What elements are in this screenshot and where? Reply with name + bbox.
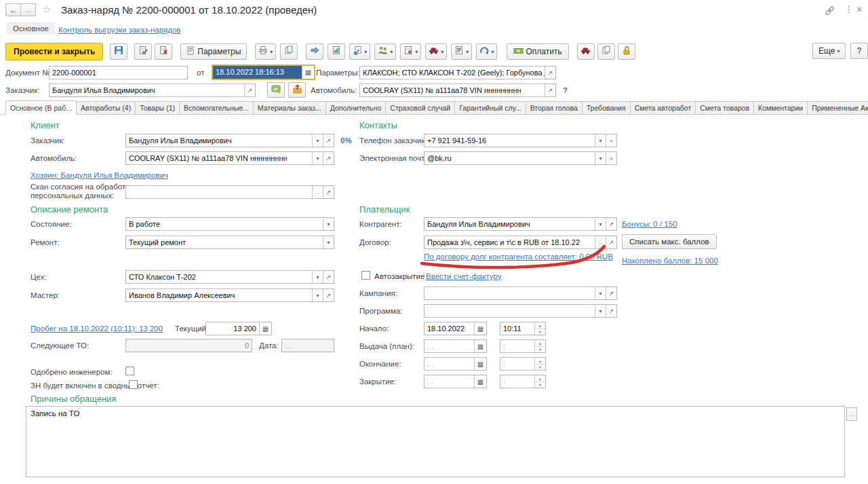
tab-insurance[interactable]: Страховой случай	[386, 101, 455, 115]
open-icon[interactable]: ↗	[545, 84, 555, 96]
print-button[interactable]: ▾	[255, 43, 276, 60]
report-menu-button[interactable]: ▾	[451, 43, 472, 60]
enter-invoice-link[interactable]: Ввести счет-фактуру	[426, 272, 501, 280]
tab-requirements[interactable]: Требования	[583, 101, 631, 115]
state-field[interactable]: В работе ▾	[125, 217, 334, 231]
help-button[interactable]: ?	[850, 43, 868, 59]
bonuses-link[interactable]: Бонусы: 0 / 150	[622, 220, 677, 228]
mileage-link[interactable]: Пробег на 18.10.2022 (10:11): 13 200	[31, 324, 163, 333]
vehicle-history-button[interactable]	[577, 43, 595, 60]
favorite-star-icon[interactable]: ☆	[42, 3, 51, 16]
open-icon[interactable]: ↗	[244, 84, 255, 96]
doc-customer-field[interactable]: Бандуля Илья Владимирович ↗	[49, 83, 256, 97]
unlock-button[interactable]	[618, 43, 635, 60]
get-link-icon[interactable]	[824, 5, 835, 18]
email-field[interactable]: @bk.ru ▾ ×	[424, 151, 617, 165]
current-mileage-field[interactable]: 13 200 ▦	[205, 322, 272, 335]
tab-comments[interactable]: Комментарии	[754, 101, 808, 115]
dropdown-icon[interactable]: ▾	[312, 271, 323, 283]
open-icon[interactable]: ↗	[323, 186, 334, 198]
discount-badge[interactable]: 0%	[340, 136, 352, 145]
copy-button[interactable]	[280, 43, 298, 60]
customers-button[interactable]: ▾	[374, 43, 396, 60]
phone-field[interactable]: +7 921 941-59-16 ▾ ×	[424, 134, 617, 147]
dropdown-icon[interactable]: ▾	[595, 152, 606, 164]
dropdown-icon[interactable]: ▾	[595, 287, 606, 299]
repair-type-field[interactable]: Текущий ремонт ▾	[125, 236, 334, 249]
end-date-field[interactable]: . . ▦	[424, 357, 487, 371]
owner-link[interactable]: Хозяин: Бандуля Илья Владимирович	[31, 171, 168, 179]
calendar-icon[interactable]: ▦	[302, 66, 314, 79]
load-button[interactable]: ▾	[349, 43, 370, 60]
reasons-textarea[interactable]: Запись на ТО	[26, 406, 845, 477]
calendar-icon[interactable]: ▦	[474, 322, 486, 335]
tab-applied-promos[interactable]: Примененные Ак...	[808, 101, 868, 115]
open-icon[interactable]: ↗	[323, 134, 334, 147]
dropdown-icon[interactable]: ▾	[323, 218, 334, 230]
doc-number-field[interactable]: 2200-000001	[49, 66, 188, 79]
approved-checkbox[interactable]	[125, 367, 134, 375]
tab-additional[interactable]: Дополнительно	[326, 101, 387, 115]
start-date-field[interactable]: 18.10.2022 ▦	[424, 322, 487, 335]
actions-button[interactable]: ▾	[476, 43, 497, 60]
master-field[interactable]: Иванов Владимир Алексеевич ▾ ↗	[125, 288, 334, 302]
open-icon[interactable]: ↗	[606, 305, 616, 317]
time-spinner[interactable]: ▴▾	[534, 375, 545, 388]
spinner-up-icon[interactable]: ▴	[535, 375, 545, 381]
program-field[interactable]: ▾ ↗	[424, 304, 617, 318]
doc-datetime-field[interactable]: 18.10.2022 18:16:13 ▦	[212, 64, 315, 80]
dropdown-icon[interactable]: ▾	[312, 134, 323, 147]
calendar-icon[interactable]: ▦	[474, 340, 486, 352]
cancel-posting-button[interactable]	[155, 43, 172, 60]
tab-auxiliary[interactable]: Вспомогательные...	[180, 101, 254, 115]
open-icon[interactable]: ↗	[323, 152, 334, 164]
spinner-up-icon[interactable]: ▴	[535, 340, 545, 346]
nav-unload-control-link[interactable]: Контроль выгрузки заказ-нарядов	[58, 26, 180, 34]
spinner-down-icon[interactable]: ▾	[535, 346, 545, 353]
start-time-field[interactable]: 10:11 ▴▾	[500, 322, 546, 335]
doc-params-field[interactable]: КЛАКСОН; СТО КЛАКСОН Т-202 (Geely); Горб…	[359, 66, 556, 79]
time-spinner[interactable]: ▴▾	[534, 358, 545, 370]
dropdown-icon[interactable]: ▾	[595, 305, 606, 317]
plan-issue-date-field[interactable]: . . ▦	[424, 339, 487, 353]
forward-button[interactable]: →	[20, 3, 36, 16]
close-date-field[interactable]: . . ▦	[424, 375, 487, 388]
vehicle-button[interactable]: ▾	[425, 43, 447, 60]
dropdown-icon[interactable]: ▾	[312, 152, 323, 164]
report-button[interactable]	[328, 43, 345, 60]
writeoff-bonuses-button[interactable]: Списать макс. баллов	[622, 234, 717, 249]
scan-consent-field[interactable]: … ↗	[125, 185, 334, 199]
pay-button[interactable]: Оплатить	[507, 43, 568, 60]
tab-warranty[interactable]: Гарантийный слу...	[455, 101, 526, 115]
calendar-icon[interactable]: ▦	[474, 358, 486, 370]
save-button[interactable]	[110, 43, 127, 60]
plan-issue-time-field[interactable]: : ▴▾	[500, 339, 546, 353]
contractor-field[interactable]: Бандуля Илья Владимирович ▾ ↗	[424, 217, 617, 231]
dropdown-icon[interactable]: ▾	[595, 134, 606, 147]
open-icon[interactable]: ↗	[606, 287, 616, 299]
doc-car-field[interactable]: COOLRAY (SX11) № а111аа78 VIN ннннннннн …	[359, 83, 556, 97]
autoclose-checkbox[interactable]	[361, 271, 370, 280]
contact-edit-button[interactable]	[267, 82, 285, 98]
accumulated-bonuses-link[interactable]: Накоплено баллов: 15 000	[622, 257, 718, 265]
open-icon[interactable]: ↗	[323, 289, 334, 301]
spinner-down-icon[interactable]: ▾	[535, 381, 545, 388]
tab-goods-estimate[interactable]: Смета товаров	[696, 101, 754, 115]
close-icon[interactable]: ×	[856, 3, 863, 15]
navigate-button[interactable]	[306, 43, 323, 60]
kebab-menu-icon[interactable]: ⋮	[844, 4, 853, 14]
spinner-down-icon[interactable]: ▾	[535, 329, 545, 335]
copy-document-button[interactable]	[597, 43, 615, 60]
tab-goods[interactable]: Товары (1)	[136, 101, 180, 115]
post-document-button[interactable]	[134, 43, 152, 60]
nav-main[interactable]: Основное	[7, 22, 55, 35]
dropdown-icon[interactable]: ▾	[595, 218, 606, 230]
client-car-field[interactable]: COOLRAY (SX11) № а111аа78 VIN ннннннннн …	[125, 151, 334, 165]
open-icon[interactable]: ↗	[323, 271, 334, 283]
time-spinner[interactable]: ▴▾	[534, 340, 545, 352]
tab-autoworks[interactable]: Автоработы (4)	[77, 101, 136, 115]
spinner-down-icon[interactable]: ▾	[535, 364, 545, 371]
clear-icon[interactable]: ×	[606, 152, 616, 164]
tab-main[interactable]: Основное (В раб...	[5, 100, 77, 115]
client-customer-field[interactable]: Бандуля Илья Владимирович ▾ ↗	[125, 134, 334, 147]
